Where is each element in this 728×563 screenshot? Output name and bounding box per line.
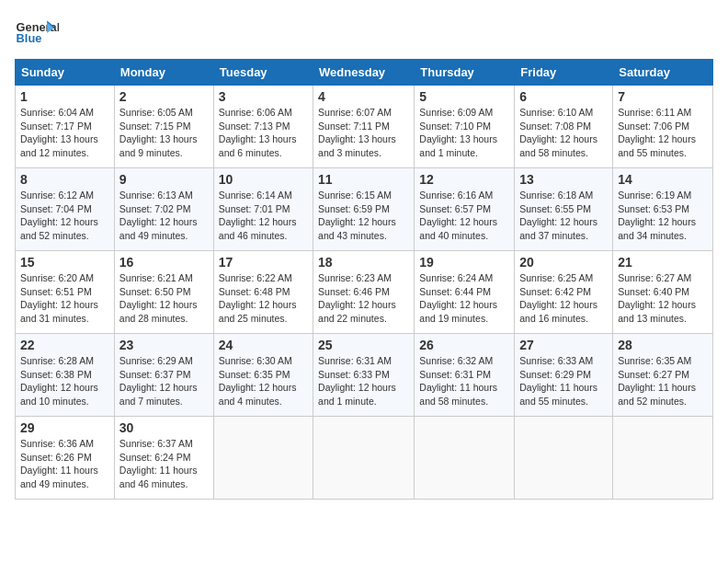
weekday-header-sunday: Sunday — [16, 60, 115, 86]
day-info: Sunrise: 6:19 AMSunset: 6:53 PMDaylight:… — [618, 189, 708, 243]
day-info: Sunrise: 6:31 AMSunset: 6:33 PMDaylight:… — [318, 354, 409, 408]
day-cell: 19Sunrise: 6:24 AMSunset: 6:44 PMDayligh… — [415, 251, 515, 334]
day-info: Sunrise: 6:11 AMSunset: 7:06 PMDaylight:… — [618, 106, 708, 160]
weekday-header-wednesday: Wednesday — [313, 60, 415, 86]
day-cell: 18Sunrise: 6:23 AMSunset: 6:46 PMDayligh… — [313, 251, 415, 334]
day-cell: 3Sunrise: 6:06 AMSunset: 7:13 PMDaylight… — [213, 86, 313, 168]
day-cell: 10Sunrise: 6:14 AMSunset: 7:01 PMDayligh… — [213, 168, 313, 251]
weekday-header-saturday: Saturday — [613, 60, 713, 86]
day-cell: 22Sunrise: 6:28 AMSunset: 6:38 PMDayligh… — [16, 334, 115, 417]
day-cell: 16Sunrise: 6:21 AMSunset: 6:50 PMDayligh… — [114, 251, 213, 334]
day-info: Sunrise: 6:18 AMSunset: 6:55 PMDaylight:… — [519, 189, 608, 243]
day-info: Sunrise: 6:16 AMSunset: 6:57 PMDaylight:… — [419, 189, 509, 243]
day-cell: 4Sunrise: 6:07 AMSunset: 7:11 PMDaylight… — [313, 86, 415, 168]
day-number: 15 — [20, 255, 109, 270]
header: General Blue — [15, 15, 713, 52]
day-number: 23 — [119, 338, 209, 352]
day-info: Sunrise: 6:05 AMSunset: 7:15 PMDaylight:… — [119, 106, 209, 160]
day-info: Sunrise: 6:36 AMSunset: 6:26 PMDaylight:… — [20, 437, 109, 491]
day-cell — [313, 417, 415, 500]
day-number: 17 — [219, 255, 308, 270]
day-info: Sunrise: 6:10 AMSunset: 7:08 PMDaylight:… — [519, 106, 608, 160]
day-number: 12 — [419, 172, 509, 187]
day-cell: 24Sunrise: 6:30 AMSunset: 6:35 PMDayligh… — [213, 334, 313, 417]
day-cell: 21Sunrise: 6:27 AMSunset: 6:40 PMDayligh… — [613, 251, 713, 334]
day-info: Sunrise: 6:12 AMSunset: 7:04 PMDaylight:… — [20, 189, 109, 243]
day-number: 1 — [20, 89, 109, 104]
day-number: 27 — [519, 338, 608, 352]
logo: General Blue — [15, 15, 59, 52]
day-cell: 20Sunrise: 6:25 AMSunset: 6:42 PMDayligh… — [515, 251, 613, 334]
day-cell: 30Sunrise: 6:37 AMSunset: 6:24 PMDayligh… — [114, 417, 213, 500]
weekday-header-monday: Monday — [114, 60, 213, 86]
day-number: 10 — [219, 172, 308, 187]
day-number: 3 — [219, 89, 308, 104]
day-number: 14 — [618, 172, 708, 187]
day-cell — [515, 417, 613, 500]
day-cell: 7Sunrise: 6:11 AMSunset: 7:06 PMDaylight… — [613, 86, 713, 168]
day-number: 24 — [219, 338, 308, 352]
day-number: 20 — [519, 255, 608, 270]
day-cell: 28Sunrise: 6:35 AMSunset: 6:27 PMDayligh… — [613, 334, 713, 417]
day-number: 18 — [318, 255, 409, 270]
day-number: 11 — [318, 172, 409, 187]
day-number: 5 — [419, 89, 509, 104]
day-info: Sunrise: 6:06 AMSunset: 7:13 PMDaylight:… — [219, 106, 308, 160]
day-cell — [613, 417, 713, 500]
day-info: Sunrise: 6:32 AMSunset: 6:31 PMDaylight:… — [419, 354, 509, 408]
calendar-table: SundayMondayTuesdayWednesdayThursdayFrid… — [15, 59, 713, 500]
logo-icon: General Blue — [15, 15, 59, 52]
day-info: Sunrise: 6:33 AMSunset: 6:29 PMDaylight:… — [519, 354, 608, 408]
weekday-header-friday: Friday — [515, 60, 613, 86]
day-number: 21 — [618, 255, 708, 270]
day-number: 28 — [618, 338, 708, 352]
day-info: Sunrise: 6:23 AMSunset: 6:46 PMDaylight:… — [318, 271, 409, 326]
day-cell: 25Sunrise: 6:31 AMSunset: 6:33 PMDayligh… — [313, 334, 415, 417]
day-number: 16 — [119, 255, 209, 270]
day-number: 2 — [119, 89, 209, 104]
day-number: 29 — [20, 420, 109, 435]
day-cell: 12Sunrise: 6:16 AMSunset: 6:57 PMDayligh… — [415, 168, 515, 251]
day-number: 6 — [519, 89, 608, 104]
day-info: Sunrise: 6:24 AMSunset: 6:44 PMDaylight:… — [419, 271, 509, 326]
day-cell: 14Sunrise: 6:19 AMSunset: 6:53 PMDayligh… — [613, 168, 713, 251]
day-number: 26 — [419, 338, 509, 352]
day-info: Sunrise: 6:13 AMSunset: 7:02 PMDaylight:… — [119, 189, 209, 243]
day-info: Sunrise: 6:22 AMSunset: 6:48 PMDaylight:… — [219, 271, 308, 326]
day-info: Sunrise: 6:04 AMSunset: 7:17 PMDaylight:… — [20, 106, 109, 160]
day-cell: 5Sunrise: 6:09 AMSunset: 7:10 PMDaylight… — [415, 86, 515, 168]
day-info: Sunrise: 6:27 AMSunset: 6:40 PMDaylight:… — [618, 271, 708, 326]
day-cell: 2Sunrise: 6:05 AMSunset: 7:15 PMDaylight… — [114, 86, 213, 168]
day-cell: 23Sunrise: 6:29 AMSunset: 6:37 PMDayligh… — [114, 334, 213, 417]
day-cell — [213, 417, 313, 500]
day-info: Sunrise: 6:09 AMSunset: 7:10 PMDaylight:… — [419, 106, 509, 160]
day-info: Sunrise: 6:37 AMSunset: 6:24 PMDaylight:… — [119, 437, 209, 491]
day-info: Sunrise: 6:30 AMSunset: 6:35 PMDaylight:… — [219, 354, 308, 408]
day-cell: 11Sunrise: 6:15 AMSunset: 6:59 PMDayligh… — [313, 168, 415, 251]
day-info: Sunrise: 6:21 AMSunset: 6:50 PMDaylight:… — [119, 271, 209, 326]
day-number: 4 — [318, 89, 409, 104]
day-cell: 13Sunrise: 6:18 AMSunset: 6:55 PMDayligh… — [515, 168, 613, 251]
week-row-5: 29Sunrise: 6:36 AMSunset: 6:26 PMDayligh… — [16, 417, 713, 500]
day-cell: 17Sunrise: 6:22 AMSunset: 6:48 PMDayligh… — [213, 251, 313, 334]
week-row-2: 8Sunrise: 6:12 AMSunset: 7:04 PMDaylight… — [16, 168, 713, 251]
day-number: 7 — [618, 89, 708, 104]
day-info: Sunrise: 6:15 AMSunset: 6:59 PMDaylight:… — [318, 189, 409, 243]
day-cell: 9Sunrise: 6:13 AMSunset: 7:02 PMDaylight… — [114, 168, 213, 251]
day-info: Sunrise: 6:14 AMSunset: 7:01 PMDaylight:… — [219, 189, 308, 243]
day-info: Sunrise: 6:25 AMSunset: 6:42 PMDaylight:… — [519, 271, 608, 326]
week-row-1: 1Sunrise: 6:04 AMSunset: 7:17 PMDaylight… — [16, 86, 713, 168]
day-cell: 1Sunrise: 6:04 AMSunset: 7:17 PMDaylight… — [16, 86, 115, 168]
day-number: 19 — [419, 255, 509, 270]
day-info: Sunrise: 6:07 AMSunset: 7:11 PMDaylight:… — [318, 106, 409, 160]
day-cell: 27Sunrise: 6:33 AMSunset: 6:29 PMDayligh… — [515, 334, 613, 417]
day-cell: 29Sunrise: 6:36 AMSunset: 6:26 PMDayligh… — [16, 417, 115, 500]
day-info: Sunrise: 6:35 AMSunset: 6:27 PMDaylight:… — [618, 354, 708, 408]
day-info: Sunrise: 6:20 AMSunset: 6:51 PMDaylight:… — [20, 271, 109, 326]
day-number: 8 — [20, 172, 109, 187]
weekday-header-tuesday: Tuesday — [213, 60, 313, 86]
day-number: 22 — [20, 338, 109, 352]
weekday-header-row: SundayMondayTuesdayWednesdayThursdayFrid… — [16, 60, 713, 86]
week-row-3: 15Sunrise: 6:20 AMSunset: 6:51 PMDayligh… — [16, 251, 713, 334]
day-cell: 15Sunrise: 6:20 AMSunset: 6:51 PMDayligh… — [16, 251, 115, 334]
